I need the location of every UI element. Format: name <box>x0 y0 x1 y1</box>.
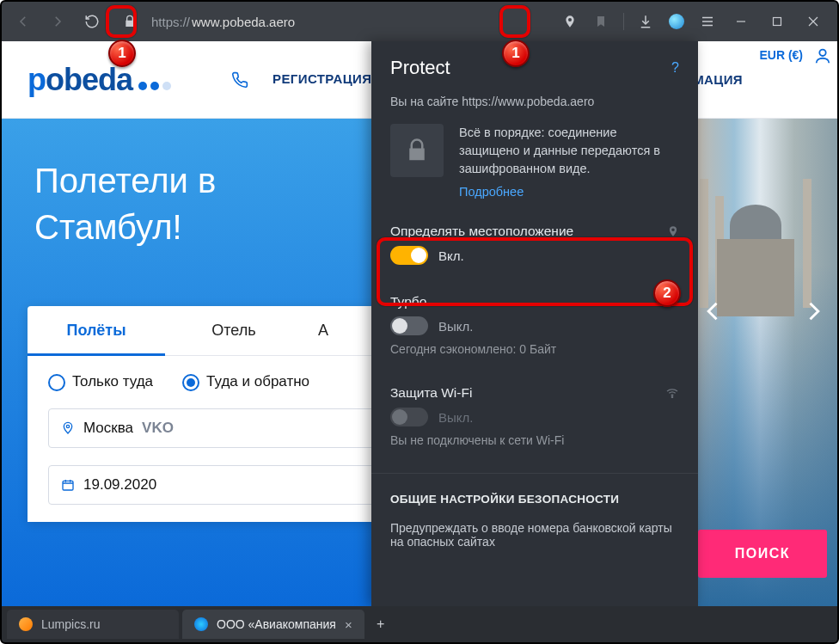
brand-logo[interactable]: pobeda <box>28 62 171 98</box>
nav-back-button[interactable] <box>9 7 38 36</box>
toolbar-right <box>555 7 830 36</box>
wifi-state: Выкл. <box>438 410 473 425</box>
svg-point-4 <box>671 396 672 397</box>
carousel-prev-button[interactable] <box>693 291 734 332</box>
tab-lumpics[interactable]: Lumpics.ru <box>7 610 179 639</box>
protect-site-info: Вы на сайте https://www.pobeda.aero <box>390 95 679 108</box>
origin-city: Москва <box>83 420 133 437</box>
main-nav: РЕГИСТРАЦИЯ <box>231 71 371 89</box>
browser-menu-icon[interactable] <box>693 7 722 36</box>
search-button[interactable]: ПОИСК <box>698 530 827 578</box>
tab-close-button[interactable]: × <box>345 617 352 632</box>
step-badge-1: 1 <box>502 40 530 67</box>
site-lock-icon[interactable] <box>115 7 144 36</box>
geolocation-title: Определять местоположение <box>390 224 573 239</box>
window-maximize[interactable] <box>760 7 794 36</box>
svg-rect-3 <box>63 481 73 490</box>
account-icon[interactable] <box>813 46 832 65</box>
window-minimize[interactable] <box>724 7 758 36</box>
favicon-icon <box>19 617 33 631</box>
window-close[interactable] <box>796 7 830 36</box>
calendar-icon <box>61 478 75 492</box>
wifi-title: Защита Wi-Fi <box>390 385 472 401</box>
radio-oneway[interactable]: Только туда <box>48 373 153 391</box>
svg-point-2 <box>66 425 69 427</box>
protect-secure-msg: Всё в порядке: соединение защищено и дан… <box>459 126 660 175</box>
general-security-title: ОБЩИЕ НАСТРОЙКИ БЕЗОПАСНОСТИ <box>390 493 679 506</box>
radio-oneway-label: Только туда <box>72 373 153 389</box>
currency-selector[interactable]: EUR (€) <box>759 48 803 62</box>
bookmark-icon[interactable] <box>586 7 615 36</box>
tab-pobeda[interactable]: ООО «Авиакомпания × <box>182 610 364 639</box>
wifi-toggle <box>390 408 428 426</box>
wifi-hint: Вы не подключены к сети Wi-Fi <box>390 433 679 447</box>
wifi-icon <box>665 386 679 400</box>
origin-code: VKO <box>142 420 174 437</box>
protect-more-link[interactable]: Подробнее <box>459 183 524 201</box>
pin-icon <box>61 421 75 435</box>
hero-line1: Полетели в <box>34 157 216 204</box>
toolbar-divider <box>617 7 629 36</box>
url-scheme: https:// <box>151 15 190 29</box>
tab-label: ООО «Авиакомпания <box>217 617 336 631</box>
protect-help-icon[interactable]: ? <box>671 60 679 76</box>
setting-turbo: Турбо Выкл. Сегодня сэкономлено: 0 Байт <box>390 287 679 363</box>
tab-auto[interactable]: А <box>303 306 354 355</box>
tab-bar: Lumpics.ru ООО «Авиакомпания × + <box>2 606 837 642</box>
nav-register[interactable]: РЕГИСТРАЦИЯ <box>273 71 371 89</box>
popup-divider <box>371 473 698 474</box>
radio-roundtrip[interactable]: Туда и обратно <box>182 373 309 391</box>
turbo-state: Выкл. <box>438 319 473 334</box>
card-warning-option[interactable]: Предупреждать о вводе номера банковской … <box>390 521 679 549</box>
pin-small-icon <box>667 225 679 237</box>
browser-toolbar: https://www.pobeda.aero <box>2 2 837 41</box>
protect-popup: Protect ? Вы на сайте https://www.pobeda… <box>371 41 698 606</box>
radio-roundtrip-label: Туда и обратно <box>206 373 309 389</box>
phone-icon[interactable] <box>231 71 248 89</box>
turbo-title: Турбо <box>390 294 426 310</box>
hero-title: Полетели в Стамбул! <box>34 157 216 250</box>
turbo-toggle[interactable] <box>390 316 428 335</box>
brand-dots-icon <box>138 82 171 90</box>
tab-hotel[interactable]: Отель <box>165 306 303 355</box>
new-tab-button[interactable]: + <box>368 611 394 637</box>
geolocation-toggle[interactable] <box>390 246 428 265</box>
step-badge-2: 2 <box>653 279 681 307</box>
favicon-icon <box>194 617 208 631</box>
url-host: www.pobeda.aero <box>192 15 295 29</box>
lock-icon <box>390 124 444 177</box>
turbo-saved: Сегодня сэкономлено: 0 Байт <box>390 342 679 356</box>
tab-label: Lumpics.ru <box>41 617 100 631</box>
address-bar[interactable]: https://www.pobeda.aero <box>150 15 550 29</box>
tab-flights[interactable]: Полёты <box>28 306 165 355</box>
setting-wifi: Защита Wi-Fi Выкл. Вы не подключены к се… <box>390 378 679 454</box>
reload-button[interactable] <box>77 7 107 36</box>
nav-forward-button[interactable] <box>43 7 72 36</box>
carousel-next-button[interactable] <box>793 291 834 332</box>
profile-avatar[interactable] <box>662 7 691 36</box>
protect-security-row: Всё в порядке: соединение защищено и дан… <box>390 124 679 201</box>
step-badge-1: 1 <box>108 40 136 67</box>
downloads-icon[interactable] <box>631 7 660 36</box>
protect-title: Protect <box>390 57 450 79</box>
location-permission-icon[interactable] <box>555 7 585 36</box>
svg-point-1 <box>819 50 825 56</box>
date-from-value: 19.09.2020 <box>83 476 156 494</box>
brand-p: p <box>28 62 46 97</box>
setting-geolocation: Определять местоположение Вкл. <box>390 217 679 272</box>
geolocation-state: Вкл. <box>438 248 464 263</box>
svg-rect-0 <box>774 18 781 26</box>
hero-line2: Стамбул! <box>34 204 216 250</box>
